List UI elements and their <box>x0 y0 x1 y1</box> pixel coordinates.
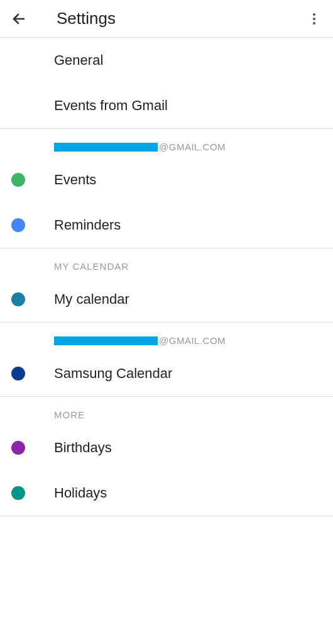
email-suffix: @GMAIL.COM <box>159 142 226 152</box>
section-more: MORE Birthdays Holidays <box>0 397 333 516</box>
item-reminders[interactable]: Reminders <box>0 203 333 248</box>
section-header-more: MORE <box>0 397 333 425</box>
more-options-icon[interactable] <box>307 11 322 26</box>
item-label: Reminders <box>54 217 121 233</box>
item-samsung-calendar[interactable]: Samsung Calendar <box>0 351 333 396</box>
section-header-my-calendar: MY CALENDAR <box>0 248 333 277</box>
calendar-color-dot <box>11 486 25 500</box>
email-suffix: @GMAIL.COM <box>159 335 226 346</box>
item-label: Events from Gmail <box>54 97 168 114</box>
redacted-email-prefix <box>54 336 158 345</box>
account-email-header: @GMAIL.COM <box>0 129 333 157</box>
redacted-email-prefix <box>54 143 158 152</box>
section-general: General Events from Gmail <box>0 38 333 129</box>
item-label: Samsung Calendar <box>54 365 172 382</box>
app-header: Settings <box>0 0 333 38</box>
item-label: My calendar <box>54 291 129 308</box>
item-holidays[interactable]: Holidays <box>0 470 333 516</box>
item-events-from-gmail[interactable]: Events from Gmail <box>0 83 333 128</box>
item-my-calendar[interactable]: My calendar <box>0 277 333 322</box>
section-my-calendar: MY CALENDAR My calendar <box>0 248 333 323</box>
calendar-color-dot <box>11 218 25 232</box>
item-label: Events <box>54 172 96 188</box>
account-email-header: @GMAIL.COM <box>0 323 333 351</box>
item-label: General <box>54 52 103 69</box>
page-title: Settings <box>57 9 307 28</box>
item-events[interactable]: Events <box>0 157 333 203</box>
item-general[interactable]: General <box>0 38 333 83</box>
calendar-color-dot <box>11 292 25 306</box>
calendar-color-dot <box>11 441 25 455</box>
item-label: Holidays <box>54 485 107 501</box>
calendar-color-dot <box>11 173 25 187</box>
back-icon[interactable] <box>11 11 26 26</box>
section-account-2: @GMAIL.COM Samsung Calendar <box>0 323 333 397</box>
calendar-color-dot <box>11 367 25 380</box>
item-birthdays[interactable]: Birthdays <box>0 425 333 470</box>
item-label: Birthdays <box>54 440 112 456</box>
section-account-1: @GMAIL.COM Events Reminders <box>0 129 333 248</box>
